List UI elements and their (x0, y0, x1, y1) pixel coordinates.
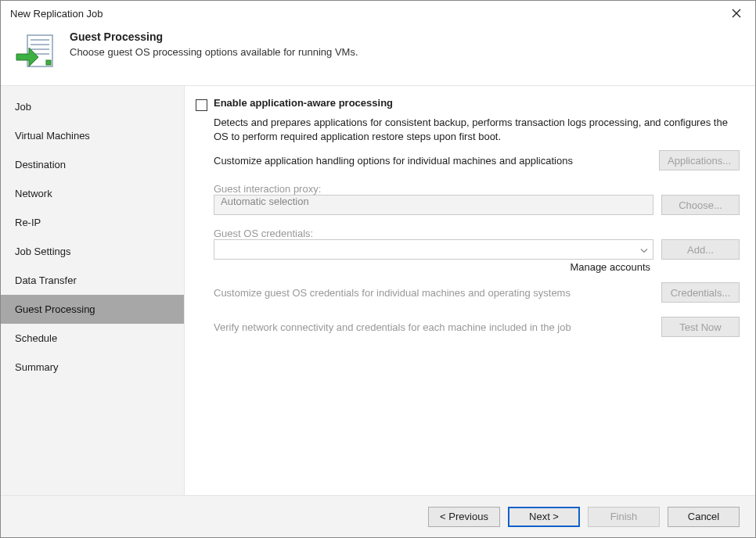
page-title: Guest Processing (70, 30, 358, 43)
customize-apps-text: Customize application handling options f… (214, 155, 651, 167)
next-button[interactable]: Next > (508, 507, 580, 527)
finish-button[interactable]: Finish (588, 507, 660, 527)
customize-creds-row: Customize guest OS credentials for indiv… (214, 282, 740, 303)
window-title: New Replication Job (10, 8, 103, 20)
credentials-button[interactable]: Credentials... (661, 282, 740, 303)
proxy-input[interactable]: Automatic selection (214, 195, 653, 215)
enable-app-aware-label: Enable application-aware processing (214, 97, 393, 109)
previous-button[interactable]: < Previous (428, 507, 500, 527)
nav-re-ip[interactable]: Re-IP (1, 208, 184, 237)
enable-app-aware-desc: Detects and prepares applications for co… (214, 116, 740, 144)
proxy-label: Guest interaction proxy: (214, 183, 740, 195)
close-icon (732, 9, 741, 18)
wizard-footer: < Previous Next > Finish Cancel (1, 495, 755, 537)
wizard-body: Job Virtual Machines Destination Network… (1, 85, 755, 495)
wizard-header: Guest Processing Choose guest OS process… (1, 26, 755, 85)
manage-accounts-row: Manage accounts (214, 261, 740, 273)
enable-app-aware-row: Enable application-aware processing (196, 97, 740, 111)
page-subtitle: Choose guest OS processing options avail… (70, 46, 358, 58)
cancel-button[interactable]: Cancel (668, 507, 740, 527)
nav-summary[interactable]: Summary (1, 353, 184, 382)
choose-proxy-button[interactable]: Choose... (661, 195, 740, 215)
titlebar: New Replication Job (1, 1, 755, 26)
wizard-window: New Replication Job Guest Processing Cho… (0, 0, 756, 538)
customize-creds-text: Customize guest OS credentials for indiv… (214, 287, 653, 299)
test-now-button[interactable]: Test Now (661, 317, 740, 337)
header-text: Guest Processing Choose guest OS process… (70, 30, 358, 58)
nav-job-settings[interactable]: Job Settings (1, 237, 184, 266)
chevron-down-icon (640, 244, 648, 256)
nav-data-transfer[interactable]: Data Transfer (1, 266, 184, 295)
nav-job[interactable]: Job (1, 92, 184, 121)
header-icon (15, 30, 56, 71)
nav-network[interactable]: Network (1, 179, 184, 208)
nav-virtual-machines[interactable]: Virtual Machines (1, 121, 184, 150)
close-button[interactable] (725, 2, 747, 24)
wizard-content: Enable application-aware processing Dete… (184, 86, 755, 495)
proxy-row: Automatic selection Choose... (214, 195, 740, 215)
nav-guest-processing[interactable]: Guest Processing (1, 295, 184, 324)
credentials-dropdown[interactable] (214, 239, 653, 260)
enable-app-aware-checkbox[interactable] (196, 99, 207, 111)
credentials-section: Guest OS credentials: Add... Manage acco… (214, 221, 740, 273)
add-credentials-button[interactable]: Add... (661, 239, 740, 260)
customize-apps-row: Customize application handling options f… (214, 150, 740, 170)
nav-schedule[interactable]: Schedule (1, 324, 184, 353)
credentials-row: Add... (214, 239, 740, 260)
credentials-label: Guest OS credentials: (214, 228, 740, 239)
verify-text: Verify network connectivity and credenti… (214, 321, 653, 333)
nav-destination[interactable]: Destination (1, 150, 184, 179)
verify-row: Verify network connectivity and credenti… (214, 317, 740, 337)
wizard-sidebar: Job Virtual Machines Destination Network… (1, 86, 184, 495)
manage-accounts-link[interactable]: Manage accounts (570, 261, 650, 273)
svg-rect-5 (46, 60, 51, 65)
applications-button[interactable]: Applications... (659, 150, 740, 170)
proxy-section: Guest interaction proxy: Automatic selec… (214, 177, 740, 215)
